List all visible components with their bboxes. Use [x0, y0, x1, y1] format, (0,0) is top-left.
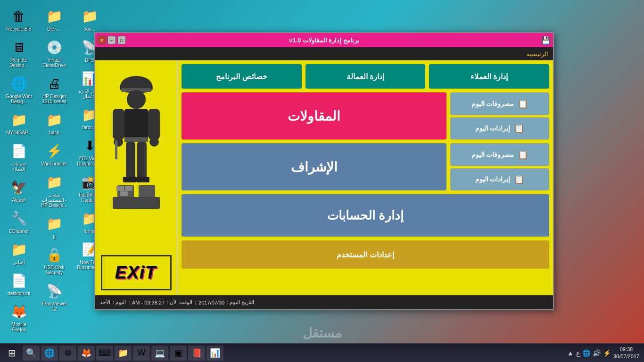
usb-security-label: USB Disk Security [40, 265, 69, 275]
accounts-button[interactable]: إدارة الحسابات [182, 194, 549, 237]
taskbar-word-button[interactable]: W [133, 346, 150, 361]
manage-clients-button[interactable]: إدارة العملاء [429, 64, 549, 89]
taskbar-chrome-button[interactable]: 🌐 [41, 346, 58, 361]
desktop-icon-hesabat[interactable]: 📄 حسابات العملاء [2, 140, 35, 173]
firefox-taskbar-icon: 🦊 [81, 348, 91, 358]
desktop-icon-ajnabi[interactable]: 📁 أجنابي [2, 238, 35, 267]
maximize-button[interactable]: □ [117, 36, 126, 44]
bottom-row: إعدادات المستخدم [182, 240, 549, 269]
svg-point-2 [127, 90, 146, 109]
desktopini-icon: 📄 [9, 271, 28, 290]
tray-arrow-icon[interactable]: ▲ [567, 349, 574, 357]
winthruster-icon: ⚡ [45, 141, 64, 160]
svg-rect-13 [136, 177, 149, 182]
tray-lang-icon[interactable]: ع [576, 349, 580, 357]
desktop-icon-back[interactable]: 📁 back [38, 108, 71, 137]
desktopini-label: desktop.ini [8, 291, 30, 296]
google-label: Google Web Desig... [4, 94, 33, 104]
recycle-bin-icon: 🗑 [9, 7, 28, 25]
clock-date: 30/07/2017 [613, 353, 639, 360]
desktop-icon-dev[interactable]: 📁 Dev-... [38, 5, 71, 33]
desktop-icon-google[interactable]: 🌐 Google Web Desig... [2, 72, 35, 106]
date-label: التاريخ اليوم : [227, 299, 254, 305]
supervision-revenue-label: إيرادات اليوم [475, 175, 511, 183]
back-icon: 📁 [45, 110, 64, 129]
desktop-icon-desktopini[interactable]: 📄 desktop.ini [2, 269, 35, 298]
content-area: إدارة العملاء إدارة العمالة خصائص البرنا… [178, 60, 553, 295]
close-button[interactable]: ✕ [98, 36, 106, 44]
settings-taskbar-icon: ⚙ [64, 348, 72, 358]
supervision-revenue-button[interactable]: 📋 إيرادات اليوم [450, 168, 549, 191]
exit-button[interactable]: EXiT [101, 255, 172, 290]
desktop-icon-mygiga[interactable]: 📁 MYGIGAP... [2, 108, 35, 137]
menu-item-main[interactable]: الرئيسية [527, 50, 548, 58]
window-controls: ✕ − □ [98, 36, 126, 44]
hp-icon: 🖨 [45, 74, 64, 93]
contractors-expenses-button[interactable]: 📋 مصروفات اليوم [450, 92, 549, 115]
minimize-button[interactable]: − [107, 36, 116, 44]
supervision-main-button[interactable]: الإشراف [182, 143, 446, 190]
svg-rect-10 [126, 142, 135, 180]
ccleaner-icon: 🔧 [9, 209, 28, 228]
program-features-button[interactable]: خصائص البرنامج [182, 64, 302, 89]
sup-revenue-file-icon: 📋 [514, 174, 524, 184]
taskbar-pdf-button[interactable]: 📕 [188, 346, 205, 361]
left-panel: EXiT [95, 60, 178, 295]
svg-rect-9 [115, 140, 117, 159]
contractors-main-button[interactable]: المقاولات [182, 92, 446, 140]
window-body: EXiT إدارة العملاء إدارة العمالة خصائص ا… [95, 60, 553, 295]
desktop-icon-teamviewer[interactable]: 📡 TeamViewer 12 [38, 280, 71, 313]
desktop-icon-virtual[interactable]: 💿 Virtual CloneDrive [38, 36, 71, 70]
tray-network-icon[interactable]: 🌐 [582, 349, 590, 357]
svg-rect-4 [124, 137, 148, 142]
manage-workers-button[interactable]: إدارة العمالة [305, 64, 426, 89]
vs-icon: 💻 [155, 348, 165, 358]
clock-time: 09:38 [613, 346, 639, 353]
taskbar-settings-button[interactable]: ⚙ [59, 346, 76, 361]
top-nav: إدارة العملاء إدارة العمالة خصائص البرنا… [182, 64, 549, 89]
printer-folder-icon: 📁 [45, 173, 64, 191]
save-icon[interactable]: 💾 [541, 36, 551, 45]
menu-bar: الرئيسية [95, 47, 553, 60]
taskbar-terminal-button[interactable]: ▣ [170, 346, 187, 361]
dfs-label: DFS [85, 58, 94, 63]
sup-expenses-file-icon: 📋 [518, 149, 528, 160]
contractors-revenue-button[interactable]: 📋 إيرادات اليوم [450, 117, 549, 140]
taskbar-folder-button[interactable]: 📁 [115, 346, 132, 361]
desktop-icon-hp[interactable]: 🖨 HP Deskjet 1510 series [38, 72, 71, 106]
desktop-icon-recycle-bin[interactable]: 🗑 Recycle Bin [2, 5, 35, 33]
firefox-label: Mozilla Firefox [4, 322, 33, 332]
taskbar-keyboard-button[interactable]: ⌨ [96, 346, 113, 361]
taskbar-app-button[interactable]: 📊 [206, 346, 223, 361]
tray-battery-icon[interactable]: ⚡ [603, 349, 611, 357]
taskbar-search-button[interactable]: 🔍 [23, 346, 40, 361]
desktop-icon-firefox[interactable]: 🦊 Mozilla Firefox [2, 300, 35, 334]
taskbar-firefox-button[interactable]: 🦊 [78, 346, 95, 361]
desktop-icon-coo[interactable]: 📁 coo... [73, 5, 106, 33]
terminal-icon: ▣ [174, 348, 182, 358]
watermark: مستقل [303, 325, 342, 341]
system-clock[interactable]: 09:38 30/07/2017 [613, 346, 639, 360]
chrome-icon: 🌐 [44, 348, 55, 358]
svg-rect-6 [148, 109, 160, 140]
tray-volume-icon[interactable]: 🔊 [593, 349, 601, 357]
desktop-icon-remote[interactable]: 🖥 Remote Deskto... [2, 36, 35, 70]
start-button[interactable]: ⊞ [2, 346, 21, 361]
desktop-icon-g[interactable]: 📁 g [38, 212, 71, 241]
desktop-icon-printer-folder[interactable]: 📁 مشخر المستمرات - HP Deskje... [38, 171, 71, 210]
svg-rect-20 [120, 191, 128, 196]
desktop-icon-alqawi[interactable]: 🦅 Alqawi [2, 176, 35, 205]
desktop-icon-ccleaner[interactable]: 🔧 CCleaner [2, 207, 35, 236]
desktop: 🗑 Recycle Bin 🖥 Remote Deskto... 🌐 Googl… [0, 0, 644, 362]
usb-security-icon: 🔒 [45, 245, 64, 264]
desktop-icon-winthruster[interactable]: ⚡ WinThruster [38, 140, 71, 168]
teamviewer-icon: 📡 [45, 281, 64, 300]
supervision-expenses-button[interactable]: 📋 مصروفات اليوم [450, 143, 549, 166]
revenue-file-icon: 📋 [514, 123, 524, 133]
taskbar-vs-button[interactable]: 💻 [151, 346, 168, 361]
remote-label: Remote Deskto... [4, 58, 33, 68]
svg-rect-5 [113, 109, 124, 140]
desktop-icon-usb-security[interactable]: 🔒 USB Disk Security [38, 243, 71, 277]
search-taskbar-icon: 🔍 [26, 348, 36, 358]
user-settings-button[interactable]: إعدادات المستخدم [182, 240, 549, 269]
